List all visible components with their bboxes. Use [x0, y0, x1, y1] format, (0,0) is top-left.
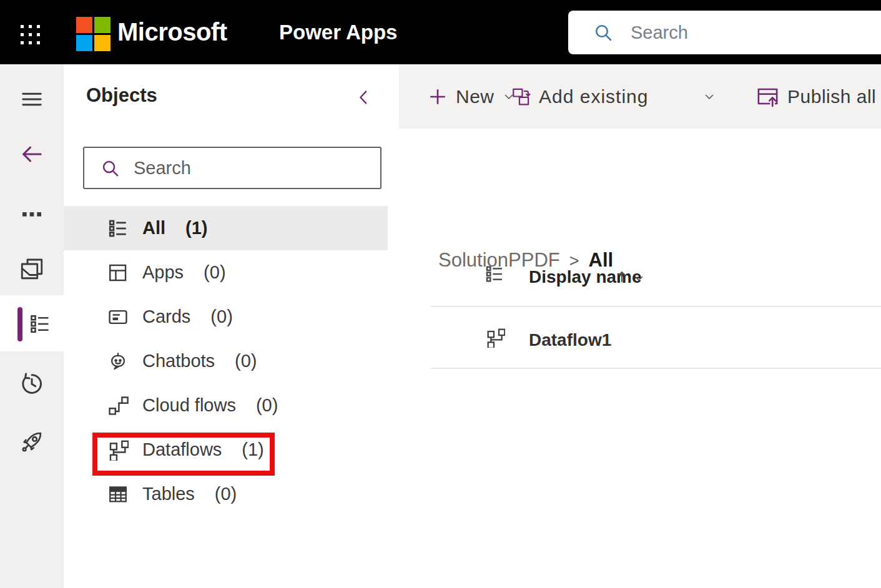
sidebar-item-chatbots[interactable]: Chatbots (0) [64, 339, 388, 383]
chatbot-icon [107, 351, 129, 372]
publish-all-label: Publish all [787, 86, 876, 107]
add-existing-button[interactable]: Add existing [511, 64, 716, 129]
collapse-panel-button[interactable] [350, 83, 378, 112]
main-content: New Add existing [399, 64, 881, 588]
selection-indicator [17, 307, 22, 341]
item-count: (0) [256, 395, 278, 416]
new-button[interactable]: New [428, 64, 515, 129]
item-count: (0) [215, 484, 237, 504]
item-label: Dataflows [142, 439, 222, 460]
sidebar-item-all[interactable]: All (1) [64, 206, 388, 250]
item-count: (0) [235, 351, 257, 371]
sidebar-item-tables[interactable]: Tables (0) [64, 472, 388, 516]
list-icon [107, 218, 129, 239]
item-label: All [142, 218, 165, 238]
item-count: (1) [242, 439, 263, 460]
item-count: (1) [185, 218, 207, 238]
card-icon [107, 306, 129, 328]
global-search-box[interactable] [568, 11, 881, 54]
pages-icon[interactable] [0, 248, 64, 288]
table-divider [431, 306, 881, 307]
chevron-down-icon [703, 91, 716, 103]
command-bar: New Add existing [399, 64, 881, 129]
microsoft-logo [76, 17, 111, 51]
top-bar: Microsoft Power Apps [0, 0, 881, 64]
more-commands-icon[interactable] [0, 194, 64, 234]
sort-ascending-icon [614, 268, 630, 285]
chevron-down-icon[interactable] [632, 272, 645, 285]
app-launcher-icon[interactable] [21, 25, 40, 44]
brand-title: Microsoft [117, 0, 227, 64]
search-icon [101, 159, 120, 178]
product-title[interactable]: Power Apps [279, 0, 397, 64]
dataflow-icon [107, 439, 129, 461]
column-type-icon[interactable] [485, 264, 504, 284]
objects-list-icon [29, 313, 51, 335]
panel-search-input[interactable] [132, 157, 347, 179]
hamburger-menu-icon[interactable] [0, 79, 64, 119]
sidebar-item-cloud-flows[interactable]: Cloud flows (0) [64, 383, 388, 428]
sidebar-item-cards[interactable]: Cards (0) [64, 295, 388, 339]
item-count: (0) [204, 262, 225, 283]
item-label: Chatbots [142, 351, 215, 371]
item-label: Cloud flows [142, 395, 236, 416]
table-row-dataflow1[interactable]: Dataflow1 [529, 330, 611, 350]
objects-panel: Objects [64, 64, 400, 588]
plus-icon [428, 87, 448, 107]
left-nav-rail [0, 64, 64, 588]
item-count: (0) [210, 306, 232, 327]
panel-title: Objects [86, 84, 157, 107]
back-arrow-icon[interactable] [0, 134, 64, 174]
power-apps-window: Microsoft Power Apps [0, 0, 881, 588]
history-icon[interactable] [0, 364, 64, 404]
add-existing-label: Add existing [539, 86, 695, 107]
table-icon [107, 484, 129, 505]
sidebar-item-dataflows[interactable]: Dataflows (1) [64, 428, 388, 472]
rocket-icon[interactable] [0, 422, 64, 462]
panel-search-box[interactable] [83, 147, 381, 189]
rail-item-objects-selected[interactable] [0, 295, 64, 351]
dataflow-icon [485, 328, 505, 348]
publish-icon [756, 85, 779, 108]
publish-all-button[interactable]: Publish all [756, 64, 876, 129]
cloud-flow-icon [107, 395, 129, 416]
table-divider [431, 368, 881, 369]
apps-icon [107, 262, 129, 283]
object-type-list: All (1) Apps (0) [64, 206, 388, 516]
item-label: Tables [142, 484, 195, 504]
item-label: Cards [142, 306, 190, 327]
add-existing-icon [511, 87, 531, 106]
item-label: Apps [142, 262, 184, 283]
sidebar-item-apps[interactable]: Apps (0) [64, 250, 388, 295]
search-icon [593, 22, 613, 42]
new-button-label: New [456, 86, 495, 107]
global-search-input[interactable] [629, 22, 819, 44]
